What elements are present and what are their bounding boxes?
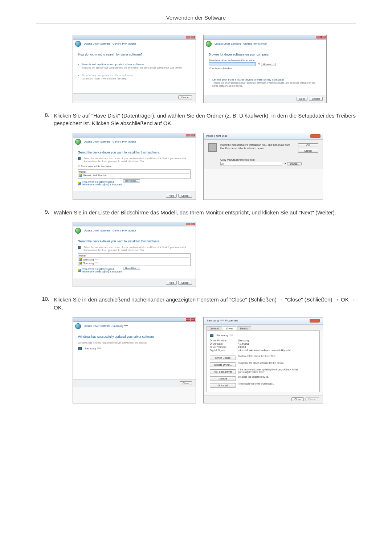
dialog-heading: Windows has successfully updated your dr… [78,335,191,338]
dialog-heading: Browse for driver software on your compu… [209,53,321,56]
model-label: Samsung **** [85,347,101,350]
shield-icon [79,174,82,177]
drive-input[interactable]: A:\ [220,162,282,165]
shield-icon [78,269,81,272]
label-driver-version: Driver Version: [210,346,238,348]
dialog-heading: Select the device driver you want to ins… [78,151,191,154]
breadcrumb: Update Driver Software - Generic PnP Mon… [84,42,136,45]
list-item[interactable]: Samsung **** [79,261,189,265]
close-button[interactable]: Close [291,397,304,401]
monitor-icon [78,246,81,249]
breadcrumb: Update Driver Software - Generic PnP Mon… [215,42,267,45]
close-icon[interactable] [310,319,320,323]
value-driver-provider: Samsung [238,339,249,342]
titlebar [73,133,196,138]
step-number: 10. [36,296,54,312]
breadcrumb: Update Driver Software - Generic PnP Mon… [84,140,136,143]
close-button[interactable]: Close [180,381,192,385]
titlebar [73,317,196,322]
dialog-browse-location: Update Driver Software - Generic PnP Mon… [203,35,327,103]
screenshot-row-3: Update Driver Software - Generic PnP Mon… [73,222,356,287]
cancel-button[interactable]: Cancel [298,149,318,153]
dialog-properties: Samsung **** Properties General Driver D… [203,317,323,403]
dropdown-arrow-icon[interactable]: ▼ [284,162,286,165]
back-icon [75,139,81,145]
list-item[interactable]: Samsung **** [79,258,189,261]
screenshot-row-2: Update Driver Software - Generic PnP Mon… [73,133,356,200]
have-disk-button[interactable]: Have Disk... [123,179,140,182]
dialog-title: Install From Disk [206,134,228,138]
include-subfolders-checkbox[interactable]: ☑ Include subfolders [209,67,321,70]
have-disk-button[interactable]: Have Disk... [123,267,140,270]
titlebar [73,222,196,226]
tab-details[interactable]: Details [237,326,251,331]
value-driver-date: 4/14/2005 [238,342,249,345]
ok-button[interactable]: OK [298,143,318,147]
browse-button[interactable]: Browse... [287,162,301,165]
cancel-button[interactable]: Cancel [178,281,192,285]
dialog-heading: How do you want to search for driver sof… [78,53,191,56]
dialog-title: Samsung **** Properties [207,319,238,323]
label-digital-signer: Digital Signer: [210,349,238,352]
dialog-message: Insert the manufacturer's installation d… [220,143,294,153]
show-compatible-checkbox[interactable]: ☑ Show compatible hardware [78,165,191,168]
step-number: 8. [36,112,54,128]
rollback-driver-desc: If the device fails after updating the d… [238,368,307,373]
copy-from-label: Copy manufacturer's files from: [220,159,318,161]
option-auto-desc: Windows will search your computer and th… [78,66,191,69]
label-driver-date: Driver Date: [210,342,238,345]
next-button[interactable]: Next [166,194,177,198]
location-input[interactable] [209,62,256,66]
titlebar: Samsung **** Properties [204,317,323,325]
driver-details-button[interactable]: Driver Details [210,356,236,360]
shield-icon [79,258,82,261]
label-driver-provider: Driver Provider: [210,339,238,342]
signing-info-link[interactable]: Tell me why driver signing is important [82,270,122,273]
screenshot-row-4: Update Driver Software - Samsung **** Wi… [73,317,356,403]
tab-general[interactable]: General [207,326,222,331]
titlebar [204,35,326,40]
shield-icon [78,182,81,185]
browse-button[interactable]: Browse... [261,63,275,66]
signing-info-link[interactable]: Tell me why driver signing is important [82,183,122,186]
next-button[interactable]: Next [166,281,177,285]
step-10: 10. Klicken Sie in den anschießend nache… [36,296,356,312]
page-title: Verwenden der Software [36,15,356,24]
option-browse[interactable]: Browse my computer for driver software [78,74,191,77]
option-pick-desc: This list will show installed driver sof… [209,82,321,87]
signed-label: This driver is digitally signed. [82,268,122,270]
monitor-icon [78,347,82,350]
shield-icon [79,262,82,264]
cancel-button[interactable]: Cancel [309,97,323,101]
close-icon[interactable] [310,134,320,138]
rollback-driver-button[interactable]: Roll Back Driver [210,369,236,374]
dialog-search-method: Update Driver Software - Generic PnP Mon… [73,35,196,103]
disable-button[interactable]: Disable [210,376,236,381]
column-header: Model [79,254,189,258]
model-listbox[interactable]: Model Samsung **** Samsung **** [78,253,191,266]
cancel-button[interactable]: Cancel [178,95,192,99]
next-button[interactable]: Next [297,97,307,101]
step-9: 9. Wählen Sie in der Liste der Bildschir… [36,209,356,217]
dialog-select-model: Update Driver Software - Generic PnP Mon… [73,222,196,287]
model-listbox[interactable]: Model Generic PnP Monitor [78,169,191,179]
option-auto-search[interactable]: Search automatically for updated driver … [78,63,191,66]
breadcrumb: Update Driver Software - Samsung **** [84,325,128,327]
option-pick-from-list[interactable]: Let me pick from a list of device driver… [209,78,321,81]
update-driver-desc: To update the driver software for this d… [238,362,307,364]
monitor-icon [210,334,213,337]
screenshot-row-1: Update Driver Software - Generic PnP Mon… [73,35,356,103]
value-digital-signer: microsoft windows hardware compatibility… [238,349,290,352]
step-text: Wählen Sie in der Liste der Bildschirme … [54,209,356,217]
driver-details-desc: To view details about the driver files. [238,355,307,357]
uninstall-button[interactable]: Uninstall [210,383,236,388]
dialog-success: Update Driver Software - Samsung **** Wi… [73,317,196,403]
value-driver-version: 2.0.0.0 [238,346,246,348]
disable-desc: Disables the selected device. [238,376,307,378]
tab-driver[interactable]: Driver [223,326,236,331]
list-item[interactable]: Generic PnP Monitor [79,174,189,177]
back-icon [75,323,81,329]
dropdown-arrow-icon[interactable]: ▼ [258,63,260,65]
cancel-button[interactable]: Cancel [178,194,192,198]
update-driver-button[interactable]: Update Driver... [210,362,236,367]
